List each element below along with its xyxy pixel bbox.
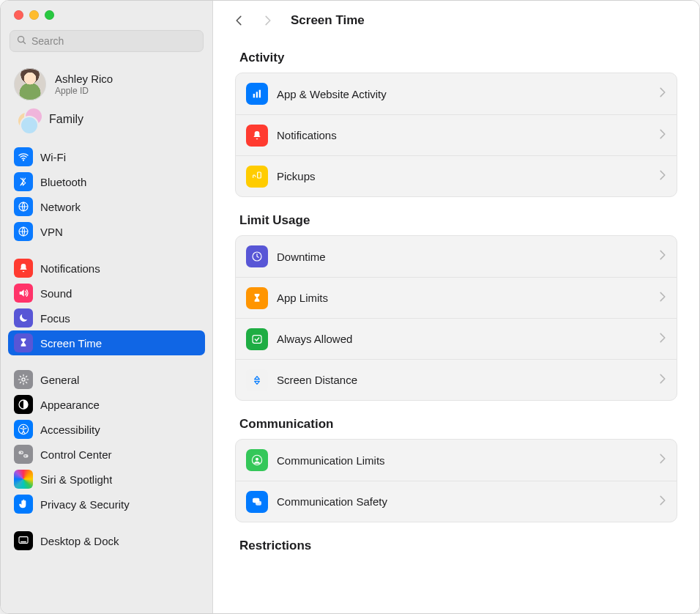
content-scroll[interactable]: Activity App & Website Activity Notifica…	[213, 40, 699, 613]
close-window[interactable]	[14, 10, 23, 20]
accessibility-icon	[14, 420, 33, 439]
row-notifications[interactable]: Notifications	[236, 114, 677, 155]
chevron-right-icon	[659, 250, 666, 263]
row-communication-limits[interactable]: Communication Limits	[236, 440, 677, 481]
search-icon	[16, 34, 27, 48]
sidebar-item-siri[interactable]: Siri & Spotlight	[8, 467, 205, 492]
row-label: Downtime	[277, 251, 326, 263]
row-app-website-activity[interactable]: App & Website Activity	[236, 73, 677, 114]
person-icon	[246, 449, 268, 471]
settings-window: Search Ashley Rico Apple ID Family	[0, 0, 700, 614]
sidebar-item-label: General	[40, 374, 79, 386]
row-label: Notifications	[277, 129, 337, 141]
nav-back[interactable]	[228, 10, 250, 32]
nav-forward[interactable]	[257, 10, 279, 32]
control-center-icon	[14, 445, 33, 464]
wifi-icon	[14, 147, 33, 166]
sidebar-item-privacy[interactable]: Privacy & Security	[8, 492, 205, 517]
chevron-right-icon	[659, 333, 666, 346]
clock-icon	[246, 245, 268, 267]
profile-name: Ashley Rico	[55, 73, 113, 85]
main-pane: Screen Time Activity App & Website Activ…	[213, 1, 699, 613]
family-icon	[18, 108, 40, 130]
search-placeholder: Search	[31, 35, 64, 47]
row-app-limits[interactable]: App Limits	[236, 277, 677, 318]
sidebar-item-bluetooth[interactable]: Bluetooth	[8, 169, 205, 194]
sidebar-item-screen-time[interactable]: Screen Time	[8, 330, 205, 355]
sidebar-item-control-center[interactable]: Control Center	[8, 442, 205, 467]
distance-icon	[246, 369, 268, 391]
appearance-icon	[14, 395, 33, 414]
sidebar-item-label: Focus	[40, 312, 70, 325]
row-label: Communication Safety	[277, 495, 387, 508]
bluetooth-icon	[14, 172, 33, 191]
zoom-window[interactable]	[45, 10, 54, 20]
sidebar-item-label: VPN	[40, 226, 63, 238]
row-pickups[interactable]: Pickups	[236, 155, 677, 196]
bar-chart-icon	[246, 83, 268, 105]
sidebar-item-sound[interactable]: Sound	[8, 281, 205, 306]
sidebar-item-label: Wi-Fi	[40, 151, 66, 163]
row-label: Communication Limits	[277, 454, 385, 467]
section-title-limit-usage: Limit Usage	[239, 213, 673, 228]
sidebar-item-label: Control Center	[40, 448, 112, 461]
avatar	[14, 68, 46, 100]
list-limit-usage: Downtime App Limits Always Allowed Scree…	[235, 235, 677, 401]
chevron-right-icon	[659, 87, 666, 100]
row-screen-distance[interactable]: Screen Distance	[236, 359, 677, 400]
chevron-right-icon	[659, 129, 666, 142]
bell-icon	[246, 125, 268, 147]
main-header: Screen Time	[213, 1, 699, 40]
network-icon	[14, 197, 33, 216]
sidebar-item-focus[interactable]: Focus	[8, 306, 205, 330]
chevron-right-icon	[659, 374, 666, 387]
sidebar-item-accessibility[interactable]: Accessibility	[8, 417, 205, 442]
sidebar-item-label: Sound	[40, 287, 72, 300]
sidebar-item-network[interactable]: Network	[8, 194, 205, 219]
page-title: Screen Time	[291, 13, 365, 28]
sidebar-item-desktop-dock[interactable]: Desktop & Dock	[8, 528, 205, 553]
chevron-right-icon	[659, 454, 666, 467]
row-always-allowed[interactable]: Always Allowed	[236, 318, 677, 359]
sidebar-family[interactable]: Family	[8, 106, 205, 133]
sidebar-item-label: Siri & Spotlight	[40, 473, 112, 486]
sidebar-item-appearance[interactable]: Appearance	[8, 392, 205, 417]
section-title-activity: Activity	[239, 51, 673, 65]
bubbles-icon	[246, 491, 268, 513]
privacy-icon	[14, 495, 33, 514]
sidebar-item-label: Accessibility	[40, 423, 100, 436]
row-label: Screen Distance	[277, 374, 357, 386]
gear-icon	[14, 370, 33, 389]
list-activity: App & Website Activity Notifications Pic…	[235, 73, 677, 197]
sidebar-item-wifi[interactable]: Wi-Fi	[8, 144, 205, 169]
chevron-right-icon	[659, 292, 666, 305]
hourglass-icon	[246, 287, 268, 309]
minimize-window[interactable]	[29, 10, 39, 20]
chevron-right-icon	[659, 170, 666, 183]
section-title-restrictions: Restrictions	[239, 539, 673, 553]
sound-icon	[14, 284, 33, 303]
pickups-icon	[246, 166, 268, 188]
sidebar-item-label: Appearance	[40, 399, 100, 411]
moon-icon	[14, 308, 33, 328]
sidebar-item-label: Screen Time	[40, 337, 102, 349]
vpn-icon	[14, 222, 33, 241]
bell-icon	[14, 259, 33, 278]
sidebar-item-general[interactable]: General	[8, 367, 205, 392]
sidebar-item-notifications[interactable]: Notifications	[8, 256, 205, 281]
sidebar-item-vpn[interactable]: VPN	[8, 219, 205, 244]
sidebar-item-label: Privacy & Security	[40, 498, 130, 511]
row-downtime[interactable]: Downtime	[236, 236, 677, 277]
chevron-right-icon	[659, 495, 666, 508]
family-label: Family	[49, 113, 83, 126]
sidebar-apple-id[interactable]: Ashley Rico Apple ID	[8, 64, 205, 106]
row-label: App & Website Activity	[277, 88, 387, 100]
hourglass-icon	[14, 333, 33, 352]
search-input[interactable]: Search	[10, 30, 204, 52]
row-label: App Limits	[277, 292, 328, 304]
row-communication-safety[interactable]: Communication Safety	[236, 481, 677, 522]
section-title-communication: Communication	[239, 417, 673, 432]
window-controls	[1, 1, 212, 24]
sidebar-item-label: Network	[40, 201, 81, 213]
row-label: Always Allowed	[277, 333, 352, 345]
